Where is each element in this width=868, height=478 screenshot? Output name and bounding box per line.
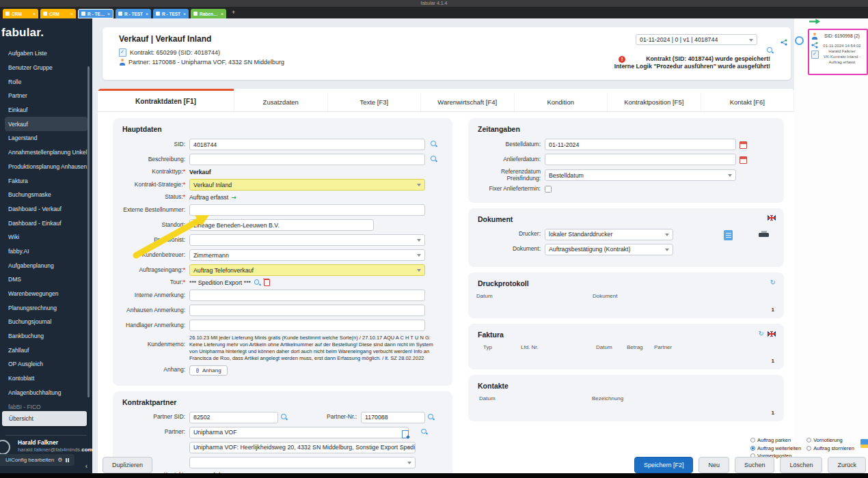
tab-kontraktposition[interactable]: Kontraktposition [F5] [608, 93, 701, 111]
sidebar-item-dms[interactable]: DMS [5, 272, 87, 287]
sidebar-item-verkauf[interactable]: Verkauf [5, 117, 87, 131]
beschreibung-input[interactable] [189, 154, 425, 165]
session-tab-rtest-1[interactable]: R - TEST × [78, 9, 113, 18]
sid-input[interactable]: 4018744 [189, 139, 425, 150]
radio-vornotierung[interactable]: Vornotierung [806, 437, 854, 443]
handlager-anmerkung-input[interactable] [189, 320, 425, 331]
session-tab-crm-2[interactable]: CRM × [40, 9, 76, 18]
sidebar-item-lagerstand[interactable]: Lagerstand [5, 131, 87, 145]
sidebar-item-bankbuchung[interactable]: Bankbuchung [5, 329, 87, 343]
search-icon[interactable] [428, 414, 435, 421]
sidebar-item-aufgabenplanung[interactable]: Aufgabenplanung [5, 258, 87, 272]
close-icon[interactable]: × [107, 12, 110, 16]
page-number[interactable]: 1 [772, 307, 774, 313]
page-number[interactable]: 1 [772, 358, 774, 364]
speichern-button[interactable]: Speichern [F2] [634, 457, 694, 473]
search-icon[interactable] [431, 156, 437, 163]
gear-icon[interactable]: ⚙ [57, 457, 62, 463]
search-icon[interactable] [421, 429, 428, 436]
status-arrow-icon[interactable]: → [231, 194, 236, 201]
language-flag-icon[interactable] [768, 215, 776, 221]
sidebar-item-op-ausgleich[interactable]: OP Ausgleich [5, 357, 87, 371]
search-icon[interactable] [281, 414, 288, 421]
add-tab-button[interactable]: + [232, 9, 235, 17]
calendar-icon[interactable] [740, 156, 747, 164]
sidebar-item-partner[interactable]: Partner [5, 89, 87, 103]
sidebar-item-fabby-ai[interactable]: fabby.AI [5, 244, 87, 259]
anhausen-anmerkung-input[interactable] [189, 305, 425, 316]
zurueck-button[interactable]: Zurück [828, 457, 866, 473]
radio-auftrag-stornieren[interactable]: Auftrag stornieren [806, 445, 854, 451]
sidebar-item-anlagenbuchhaltung[interactable]: Anlagenbuchhaltung [5, 386, 87, 400]
session-tab-rabenhorst[interactable]: Rabenhorst - ... × [191, 9, 226, 18]
externe-bestellnummer-input[interactable] [189, 204, 425, 216]
drucker-select[interactable]: lokaler Standarddrucker [545, 229, 673, 240]
tab-kondition[interactable]: Kondition [515, 93, 608, 111]
sidebar-item-produktionsplanung[interactable]: Produktionsplanung Anhausen [5, 160, 87, 174]
close-icon[interactable]: × [183, 12, 186, 16]
session-tab-crm-1[interactable]: CRM × [3, 9, 38, 18]
provisionist-select[interactable] [189, 234, 425, 246]
language-flag-icon[interactable] [768, 331, 776, 337]
delete-icon[interactable] [264, 279, 270, 286]
radio-auftrag-parken[interactable]: Auftrag parken [750, 437, 801, 443]
partner-contact-select[interactable] [189, 457, 416, 468]
tab-warenwirtschaft[interactable]: Warenwirtschaft [F4] [421, 93, 515, 111]
anlieferdatum-input[interactable] [545, 154, 736, 165]
sidebar-item-zahllauf[interactable]: Zahllauf [5, 343, 87, 357]
sidebar-item-dashboard-einkauf[interactable]: Dashboard - Einkauf [5, 216, 87, 230]
neu-button[interactable]: Neu [699, 457, 729, 473]
sidebar-collapse-button[interactable]: ‹ [85, 462, 87, 470]
refresh-icon[interactable]: ↻ [770, 279, 776, 286]
referenzdatum-select[interactable]: Bestelldatum [545, 169, 736, 181]
bestelldatum-input[interactable]: 01-11-2024 [545, 139, 736, 150]
partner-address-select[interactable]: Unipharma VOF: Heerlijkheidsweg 20, 4332… [189, 442, 416, 453]
sidebar-item-faktura[interactable]: Faktura [5, 173, 87, 188]
suchen-button[interactable]: Suchen [735, 457, 775, 473]
partner-sid-input[interactable]: 82502 [189, 412, 278, 423]
page-number[interactable]: 1 [772, 410, 774, 416]
tab-kontraktdaten[interactable]: Kontraktdaten [F1] [98, 89, 234, 111]
tab-kontakt[interactable]: Kontakt [F6] [701, 93, 795, 111]
standort-input[interactable]: Lineage Beneden-Leeuwen B.V. [189, 219, 374, 231]
search-icon[interactable] [254, 279, 261, 286]
dokument-select[interactable]: Auftragsbestätigung (Kontrakt) [545, 244, 673, 255]
close-icon[interactable]: × [146, 12, 148, 16]
sidebar-item-benutzer-gruppe[interactable]: Benutzer Gruppe [5, 61, 87, 75]
auftragseingang-select[interactable]: Auftrag Telefonverkauf [189, 264, 425, 276]
strategie-select[interactable]: Verkauf Inland [189, 179, 425, 191]
session-tab-rtest-3[interactable]: R - TEST × [153, 9, 189, 18]
sidebar-item-einkauf[interactable]: Einkauf [5, 103, 87, 117]
sidebar-item-uebersicht[interactable]: Übersicht [2, 411, 87, 426]
session-tab-rtest-2[interactable]: R - TEST × [116, 9, 151, 18]
kundenbetreuer-select[interactable]: Zimmermann [189, 249, 425, 261]
sidebar-item-rolle[interactable]: Rolle [5, 74, 87, 89]
share-icon[interactable] [781, 36, 787, 48]
printer-icon[interactable] [759, 231, 769, 239]
sync-icon[interactable] [795, 36, 804, 45]
close-icon[interactable]: × [33, 12, 36, 16]
tab-texte[interactable]: Texte [F3] [328, 93, 422, 111]
sidebar-item-kontoblatt[interactable]: Kontoblatt [5, 371, 87, 386]
document-clipped-icon[interactable] [860, 439, 868, 448]
partner-input[interactable]: Unipharma VOF [189, 427, 409, 438]
refresh-icon[interactable]: ↻ [759, 331, 764, 337]
sidebar-item-aufgaben-liste[interactable]: Aufgaben Liste [5, 46, 87, 61]
search-icon[interactable] [431, 141, 437, 147]
sidebar-item-warenbewegungen[interactable]: Warenbewegungen [5, 287, 87, 301]
sidebar-item-wiki[interactable]: Wiki [5, 230, 87, 244]
pause-icon[interactable] [66, 458, 69, 462]
sidebar-item-planungsrechnung[interactable]: Planungsrechnung [5, 300, 87, 315]
duplizieren-button[interactable]: Duplizieren [103, 457, 152, 473]
sidebar-item-dashboard-verkauf[interactable]: Dashboard - Verkauf [5, 202, 87, 216]
sidebar-item-buchungsjournal[interactable]: Buchungsjournal [5, 315, 87, 329]
interne-anmerkung-input[interactable] [189, 290, 425, 301]
event-log-panel[interactable]: SID: 6190998 (2) 01-11-2024 14:54:02 Har… [808, 29, 868, 75]
sidebar-item-annahmestellenplanung[interactable]: Annahmestellenplanung Unkel [5, 145, 87, 160]
close-icon[interactable]: × [70, 12, 73, 16]
edit-icon[interactable] [402, 430, 409, 438]
version-select[interactable]: 01-11-2024 | 0 | v1 | 4018744 [636, 34, 757, 45]
anhang-button[interactable]: Anhang [189, 365, 228, 376]
loeschen-button[interactable]: Löschen [780, 457, 822, 473]
sidebar-scrollbar[interactable] [87, 66, 90, 397]
